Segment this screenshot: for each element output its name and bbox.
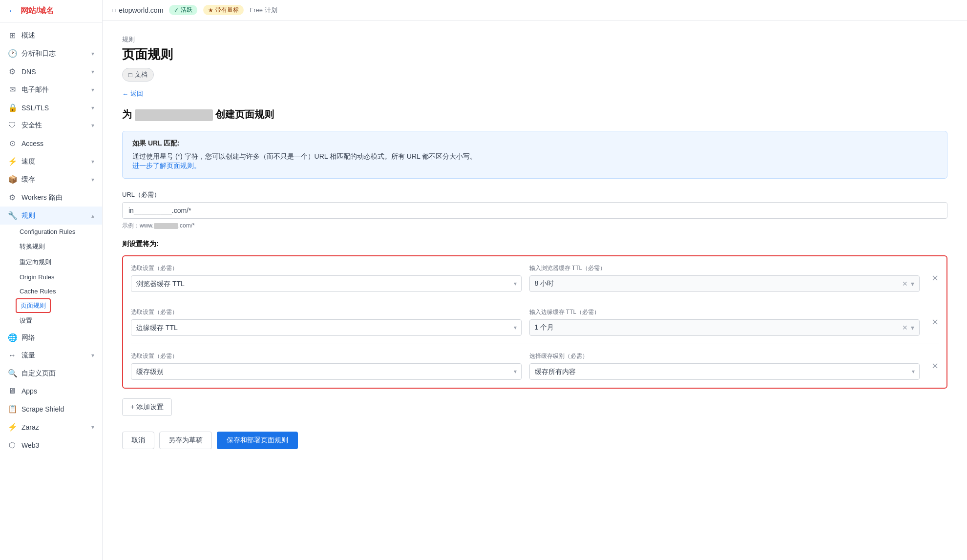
sidebar-item-label: 自定义页面 bbox=[21, 369, 56, 378]
chevron-down-icon[interactable]: ▾ bbox=[911, 280, 914, 288]
back-label: 返回 bbox=[130, 89, 143, 98]
select-label-2: 选取设置（必需） bbox=[131, 308, 522, 316]
cache-icon: 📦 bbox=[8, 175, 17, 184]
setting-row-1: 选取设置（必需） 浏览器缓存 TTL ▾ 输入浏览器缓存 TTL（必需） 8 小… bbox=[131, 264, 939, 300]
scrape-shield-icon: 📋 bbox=[8, 404, 17, 414]
sidebar-item-label: Workers 路由 bbox=[21, 193, 63, 202]
domain-icon: □ bbox=[112, 7, 116, 14]
star-label: 带有量标 bbox=[215, 6, 239, 14]
setting-col-value-3: 选择缓存级别（必需） 缓存所有内容 ▾ bbox=[529, 352, 920, 380]
save-draft-button[interactable]: 另存为草稿 bbox=[159, 432, 212, 449]
domain-indicator[interactable]: □ etopworld.com bbox=[112, 6, 163, 14]
add-setting-button[interactable]: + 添加设置 bbox=[122, 398, 172, 416]
chevron-down-icon: ▾ bbox=[91, 50, 94, 57]
setting-select-2[interactable]: 边缘缓存 TTL bbox=[131, 319, 522, 336]
email-icon: ✉ bbox=[8, 85, 17, 94]
sidebar-item-scrape-shield[interactable]: 📋 Scrape Shield bbox=[0, 400, 102, 418]
sidebar-item-origin-rules[interactable]: Origin Rules bbox=[16, 270, 102, 284]
sidebar-item-page-rules[interactable]: 页面规则 bbox=[16, 298, 51, 313]
info-title: 如果 URL 匹配: bbox=[132, 139, 180, 147]
sidebar-item-zaraz[interactable]: ⚡ Zaraz ▾ bbox=[0, 418, 102, 436]
sidebar-item-dns[interactable]: ⚙ DNS ▾ bbox=[0, 62, 102, 81]
sidebar-item-workers[interactable]: ⚙ Workers 路由 bbox=[0, 188, 102, 207]
active-label: 活跃 bbox=[181, 6, 192, 14]
row-close-2[interactable]: ✕ bbox=[931, 317, 939, 328]
sidebar-item-label: 电子邮件 bbox=[21, 85, 49, 94]
row-close-1[interactable]: ✕ bbox=[931, 273, 939, 284]
sidebar-item-label: Apps bbox=[21, 387, 37, 395]
chevron-up-icon: ▴ bbox=[91, 212, 94, 219]
back-link[interactable]: ← 返回 bbox=[122, 89, 947, 98]
create-prefix: 为 bbox=[122, 109, 132, 120]
chevron-down-icon: ▾ bbox=[91, 424, 94, 431]
sidebar-item-traffic[interactable]: ↔ 流量 ▾ bbox=[0, 347, 102, 364]
dns-icon: ⚙ bbox=[8, 67, 17, 76]
back-button[interactable]: ← bbox=[8, 6, 17, 16]
info-link[interactable]: 进一步了解页面规则。 bbox=[132, 162, 201, 169]
value-label-1: 输入浏览器缓存 TTL（必需） bbox=[529, 264, 920, 272]
row-close-3[interactable]: ✕ bbox=[931, 361, 939, 372]
url-example: 示例：www..com/* bbox=[122, 222, 947, 230]
chevron-down-icon: ▾ bbox=[91, 122, 94, 129]
url-input[interactable] bbox=[122, 202, 947, 219]
sidebar-item-label: Zaraz bbox=[21, 423, 39, 431]
clear-btn-2[interactable]: ✕ bbox=[902, 324, 908, 332]
star-icon: ★ bbox=[208, 7, 213, 14]
sidebar-item-cache[interactable]: 📦 缓存 ▾ bbox=[0, 170, 102, 188]
value-badge-2[interactable]: 1 个月 ✕ ▾ bbox=[529, 319, 920, 336]
sidebar-item-label: 流量 bbox=[21, 351, 35, 360]
access-icon: ⊙ bbox=[8, 139, 17, 148]
sidebar-item-config-rules[interactable]: Configuration Rules bbox=[16, 225, 102, 239]
apps-icon: 🖥 bbox=[8, 387, 17, 395]
sidebar-item-label: SSL/TLS bbox=[21, 104, 49, 112]
sidebar-item-email[interactable]: ✉ 电子邮件 ▾ bbox=[0, 81, 102, 99]
sidebar-item-custom-pages[interactable]: 🔍 自定义页面 bbox=[0, 364, 102, 382]
select-wrap-3: 缓存级别 ▾ bbox=[131, 363, 522, 380]
back-arrow-icon: ← bbox=[122, 90, 128, 98]
example-prefix: 示例：www. bbox=[122, 222, 154, 229]
sidebar-item-transform-rules[interactable]: 转换规则 bbox=[16, 239, 102, 254]
active-check-icon: ✓ bbox=[174, 7, 179, 14]
info-content: 通过使用星号 (*) 字符，您可以创建与许多（而不只是一个）URL 相匹配的动态… bbox=[132, 151, 937, 162]
sidebar-item-access[interactable]: ⊙ Access bbox=[0, 134, 102, 152]
example-suffix: .com/* bbox=[178, 222, 195, 229]
setting-select-1[interactable]: 浏览器缓存 TTL bbox=[131, 275, 522, 292]
sidebar-item-web3[interactable]: ⬡ Web3 bbox=[0, 436, 102, 454]
value-select-3[interactable]: 缓存所有内容 bbox=[529, 363, 920, 380]
setting-col-value-2: 输入边缘缓存 TTL（必需） 1 个月 ✕ ▾ bbox=[529, 308, 920, 336]
action-bar: 取消 另存为草稿 保存和部署页面规则 bbox=[122, 432, 947, 449]
sidebar-item-apps[interactable]: 🖥 Apps bbox=[0, 382, 102, 400]
select-label-3: 选取设置（必需） bbox=[131, 352, 522, 360]
cancel-button[interactable]: 取消 bbox=[122, 432, 154, 449]
value-select-wrap-3: 缓存所有内容 ▾ bbox=[529, 363, 920, 380]
value-text-1: 8 小时 bbox=[535, 279, 554, 288]
doc-button[interactable]: □ 文档 bbox=[122, 68, 154, 82]
sidebar-item-rules[interactable]: 🔧 规则 ▴ bbox=[0, 207, 102, 225]
chevron-down-icon[interactable]: ▾ bbox=[911, 324, 914, 332]
setting-col-value-1: 输入浏览器缓存 TTL（必需） 8 小时 ✕ ▾ bbox=[529, 264, 920, 292]
sidebar-item-network[interactable]: 🌐 网络 bbox=[0, 329, 102, 347]
sidebar-item-redirect-rules[interactable]: 重定向规则 bbox=[16, 254, 102, 270]
sidebar-item-overview[interactable]: ⊞ 概述 bbox=[0, 26, 102, 44]
sidebar-item-analytics[interactable]: 🕐 分析和日志 ▾ bbox=[0, 44, 102, 62]
content-area: 规则 页面规则 □ 文档 ← 返回 为 创建页面规则 如果 URL 匹配: 通过… bbox=[103, 21, 967, 560]
sidebar-item-ssl[interactable]: 🔒 SSL/TLS ▾ bbox=[0, 99, 102, 117]
ssl-icon: 🔒 bbox=[8, 103, 17, 112]
setting-select-3[interactable]: 缓存级别 bbox=[131, 363, 522, 380]
sidebar-item-speed[interactable]: ⚡ 速度 ▾ bbox=[0, 152, 102, 170]
section-label: 规则 bbox=[122, 35, 947, 44]
clear-btn-1[interactable]: ✕ bbox=[902, 280, 908, 288]
sidebar-item-security[interactable]: 🛡 安全性 ▾ bbox=[0, 117, 102, 134]
sidebar-item-label: 规则 bbox=[21, 211, 35, 220]
workers-icon: ⚙ bbox=[8, 193, 17, 202]
value-label-2: 输入边缘缓存 TTL（必需） bbox=[529, 308, 920, 316]
deploy-button[interactable]: 保存和部署页面规则 bbox=[217, 432, 298, 449]
setting-row-3: 选取设置（必需） 缓存级别 ▾ 选择缓存级别（必需） 缓存所有内容 ▾ bbox=[131, 352, 939, 380]
sidebar-item-cache-rules[interactable]: Cache Rules bbox=[16, 284, 102, 298]
sidebar-nav: ⊞ 概述 🕐 分析和日志 ▾ ⚙ DNS ▾ ✉ 电子邮件 ▾ 🔒 SSL/TL… bbox=[0, 22, 102, 560]
select-wrap-2: 边缘缓存 TTL ▾ bbox=[131, 319, 522, 336]
sidebar-item-settings[interactable]: 设置 bbox=[16, 313, 102, 329]
value-badge-1[interactable]: 8 小时 ✕ ▾ bbox=[529, 275, 920, 292]
star-badge: ★ 带有量标 bbox=[203, 5, 244, 15]
speed-icon: ⚡ bbox=[8, 157, 17, 166]
